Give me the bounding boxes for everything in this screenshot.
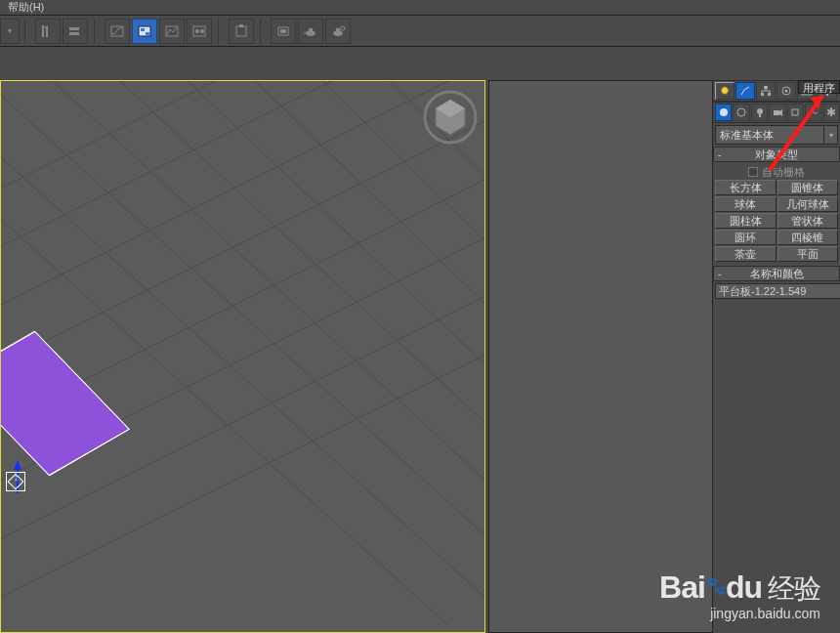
svg-rect-53 bbox=[774, 110, 779, 115]
spacewarp-icon bbox=[808, 106, 819, 118]
viewport-grid bbox=[1, 81, 484, 632]
svg-line-33 bbox=[215, 81, 484, 626]
teapot-render-icon[interactable] bbox=[298, 19, 323, 44]
sphere-button[interactable]: 球体 bbox=[715, 196, 777, 212]
svg-line-21 bbox=[1, 81, 409, 217]
svg-point-49 bbox=[720, 108, 728, 116]
svg-line-29 bbox=[1, 81, 484, 626]
svg-point-45 bbox=[785, 90, 788, 93]
svg-rect-15 bbox=[280, 29, 286, 33]
primitive-category-dropdown[interactable]: 标准基本体 ▾ bbox=[715, 125, 838, 145]
align-icon[interactable] bbox=[35, 19, 61, 44]
svg-rect-12 bbox=[236, 26, 246, 36]
main-toolbar: ▾ bbox=[0, 16, 840, 47]
modify-tab[interactable] bbox=[735, 82, 755, 100]
name-color-header[interactable]: - 名称和颜色 bbox=[713, 266, 840, 281]
menu-help[interactable]: 帮助(H) bbox=[8, 0, 44, 15]
graph-icon[interactable] bbox=[159, 19, 185, 44]
light-icon bbox=[754, 106, 766, 118]
viewport-perspective[interactable]: z bbox=[0, 80, 485, 633]
motion-tab[interactable] bbox=[777, 82, 796, 100]
svg-line-34 bbox=[283, 81, 484, 626]
svg-rect-0 bbox=[42, 25, 44, 37]
torus-button[interactable]: 圆环 bbox=[715, 230, 777, 245]
object-name-input[interactable] bbox=[715, 283, 840, 299]
name-color-rollup: - 名称和颜色 bbox=[713, 266, 840, 301]
primitive-buttons: 长方体 圆锥体 球体 几何球体 圆柱体 管状体 圆环 四棱锥 茶壶 平面 bbox=[715, 180, 838, 262]
svg-point-51 bbox=[757, 108, 763, 114]
pivot-marker bbox=[6, 472, 25, 491]
viewport-secondary[interactable] bbox=[488, 80, 713, 633]
sun-icon: ✹ bbox=[720, 84, 730, 98]
svg-rect-13 bbox=[239, 24, 243, 27]
cylinder-button[interactable]: 圆柱体 bbox=[715, 213, 777, 229]
spacewarps-tab[interactable] bbox=[805, 104, 821, 121]
box-button[interactable]: 长方体 bbox=[715, 180, 777, 195]
render-setup-icon[interactable] bbox=[229, 19, 254, 44]
tube-button[interactable]: 管状体 bbox=[777, 213, 839, 229]
svg-rect-2 bbox=[69, 27, 79, 30]
view-cube[interactable] bbox=[422, 89, 479, 146]
svg-line-37 bbox=[1, 81, 448, 626]
toolbar-separator bbox=[94, 19, 100, 44]
helpers-tab[interactable] bbox=[787, 104, 804, 121]
toolbar-separator bbox=[24, 19, 30, 44]
hierarchy-tab[interactable] bbox=[756, 82, 776, 100]
svg-line-36 bbox=[1, 81, 484, 626]
svg-rect-1 bbox=[46, 28, 48, 37]
asterisk-icon: ✱ bbox=[826, 106, 836, 119]
svg-rect-52 bbox=[759, 114, 761, 117]
cone-button[interactable]: 圆锥体 bbox=[777, 180, 839, 195]
teapot-render2-icon[interactable] bbox=[325, 19, 351, 44]
shapes-tab[interactable] bbox=[733, 104, 749, 121]
hierarchy-icon bbox=[760, 85, 772, 97]
toolbar-separator bbox=[218, 19, 224, 44]
svg-rect-3 bbox=[69, 32, 79, 35]
toolbar-dropdown[interactable]: ▾ bbox=[0, 19, 20, 44]
dropdown-label: 标准基本体 bbox=[715, 125, 824, 145]
systems-tab[interactable]: ✱ bbox=[823, 104, 840, 121]
chevron-down-icon: ▾ bbox=[824, 125, 838, 145]
svg-rect-43 bbox=[768, 93, 771, 96]
watermark: Bai🐾du 经验 jingyan.baidu.com bbox=[659, 570, 820, 621]
pyramid-button[interactable]: 四棱锥 bbox=[777, 230, 839, 245]
create-tab[interactable]: ✹ bbox=[715, 82, 735, 100]
toolbar-separator bbox=[260, 19, 266, 44]
layers-icon[interactable] bbox=[63, 19, 88, 44]
svg-line-27 bbox=[1, 159, 484, 568]
object-type-header[interactable]: - 对象类型 bbox=[713, 147, 840, 162]
sphere-icon bbox=[718, 106, 730, 118]
svg-rect-41 bbox=[764, 86, 768, 89]
svg-point-20 bbox=[341, 26, 345, 30]
watermark-url: jingyan.baidu.com bbox=[659, 606, 820, 621]
helper-icon bbox=[789, 106, 801, 118]
svg-rect-17 bbox=[309, 28, 313, 31]
svg-line-23 bbox=[1, 81, 484, 334]
menu-bar: 帮助(H) bbox=[0, 0, 840, 16]
svg-line-31 bbox=[79, 81, 484, 626]
collapse-icon: - bbox=[718, 268, 722, 279]
motion-icon bbox=[780, 85, 792, 97]
schematic-view-icon[interactable] bbox=[132, 19, 157, 44]
auto-grid-checkbox[interactable] bbox=[748, 167, 758, 177]
curve-editor-icon[interactable] bbox=[105, 19, 130, 44]
tab-tooltip: 用程序 bbox=[798, 80, 840, 94]
cameras-tab[interactable] bbox=[769, 104, 785, 121]
teapot-button[interactable]: 茶壶 bbox=[715, 246, 777, 262]
svg-line-30 bbox=[11, 81, 484, 626]
modify-icon bbox=[739, 85, 751, 97]
svg-rect-19 bbox=[336, 28, 340, 31]
render-frame-icon[interactable] bbox=[271, 19, 296, 44]
create-subtabs: ✱ bbox=[713, 102, 840, 123]
plane-button[interactable]: 平面 bbox=[777, 246, 839, 262]
svg-point-11 bbox=[200, 29, 204, 33]
paw-icon: 🐾 bbox=[705, 576, 726, 596]
geosphere-button[interactable]: 几何球体 bbox=[777, 196, 839, 212]
svg-rect-6 bbox=[141, 28, 145, 31]
watermark-cn: 经验 bbox=[768, 570, 820, 608]
geometry-tab[interactable] bbox=[715, 104, 732, 121]
material-editor-icon[interactable] bbox=[187, 19, 212, 44]
svg-line-24 bbox=[1, 81, 484, 393]
lights-tab[interactable] bbox=[751, 104, 768, 121]
auto-grid-row[interactable]: 自动栅格 bbox=[715, 164, 838, 180]
